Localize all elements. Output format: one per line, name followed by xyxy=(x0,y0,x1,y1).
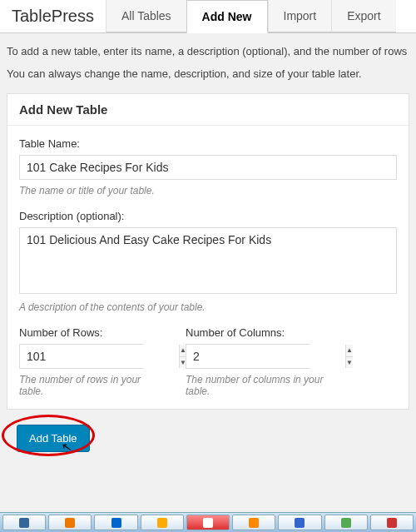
tab-add-new[interactable]: Add New xyxy=(186,0,268,33)
tab-export[interactable]: Export xyxy=(331,0,395,32)
spinner-columns: ▲ ▼ xyxy=(345,345,353,368)
hint-columns: The number of columns in your table. xyxy=(186,374,327,397)
input-table-name[interactable] xyxy=(19,155,397,180)
input-description[interactable]: 101 Delicious And Easy Cake Recipes For … xyxy=(19,227,397,294)
page-header: TablePress All Tables Add New Import Exp… xyxy=(0,0,416,33)
add-table-button[interactable]: Add Table xyxy=(17,425,90,452)
field-columns: Number of Columns: ▲ ▼ The number of col… xyxy=(186,326,327,397)
intro-line-2: You can always change the name, descript… xyxy=(7,67,409,80)
hint-description: A description of the contents of your ta… xyxy=(19,301,397,313)
taskbar-item[interactable] xyxy=(232,515,275,530)
add-table-panel: Add New Table Table Name: The name or ti… xyxy=(7,93,409,410)
field-description: Description (optional): 101 Delicious An… xyxy=(19,210,397,313)
nav-tabs: All Tables Add New Import Export xyxy=(106,0,396,32)
taskbar-item[interactable] xyxy=(278,515,321,530)
tab-import[interactable]: Import xyxy=(268,0,332,32)
hint-rows: The number of rows in your table. xyxy=(19,374,161,397)
input-columns[interactable] xyxy=(186,345,345,368)
taskbar-item[interactable] xyxy=(2,515,46,530)
footer: Add Table ↖ xyxy=(0,418,416,468)
cols-step-down-icon[interactable]: ▼ xyxy=(346,357,353,369)
field-rows: Number of Rows: ▲ ▼ The number of rows i… xyxy=(19,326,161,397)
panel-title: Add New Table xyxy=(7,94,409,126)
input-rows[interactable] xyxy=(20,345,179,368)
intro-line-1: To add a new table, enter its name, a de… xyxy=(7,45,409,57)
field-table-name: Table Name: The name or title of your ta… xyxy=(19,137,397,196)
intro-text: To add a new table, enter its name, a de… xyxy=(0,33,416,93)
taskbar-item[interactable] xyxy=(141,515,184,530)
label-rows: Number of Rows: xyxy=(19,326,161,339)
row-dimensions: Number of Rows: ▲ ▼ The number of rows i… xyxy=(19,326,397,397)
taskbar-item[interactable] xyxy=(48,515,92,530)
input-rows-wrap: ▲ ▼ xyxy=(19,344,144,369)
taskbar-item[interactable] xyxy=(186,515,230,530)
input-columns-wrap: ▲ ▼ xyxy=(186,344,310,369)
panel-body: Table Name: The name or title of your ta… xyxy=(7,126,409,409)
taskbar xyxy=(0,512,416,532)
brand-title: TablePress xyxy=(0,0,106,32)
label-table-name: Table Name: xyxy=(19,137,397,150)
taskbar-item[interactable] xyxy=(324,515,368,530)
tab-all-tables[interactable]: All Tables xyxy=(106,0,186,32)
hint-table-name: The name or title of your table. xyxy=(19,185,397,196)
taskbar-item[interactable] xyxy=(370,515,414,530)
label-columns: Number of Columns: xyxy=(186,326,327,339)
cols-step-up-icon[interactable]: ▲ xyxy=(346,345,353,357)
taskbar-item[interactable] xyxy=(94,515,137,530)
label-description: Description (optional): xyxy=(19,210,397,222)
